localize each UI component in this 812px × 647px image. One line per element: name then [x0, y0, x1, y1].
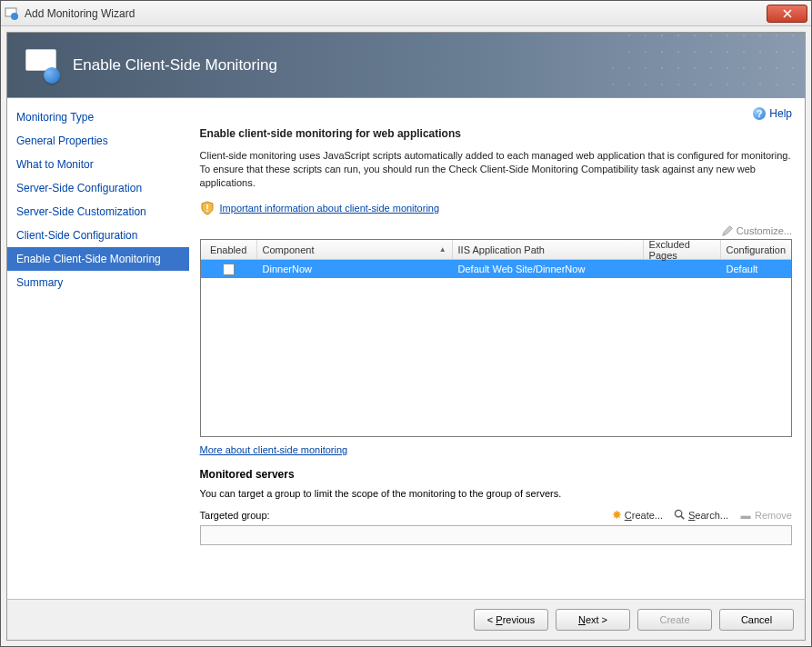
sidebar: Monitoring Type General Properties What …	[7, 98, 189, 599]
monitored-servers-desc: You can target a group to limit the scop…	[200, 488, 792, 499]
components-table: Enabled Component ▲ IIS Application Path…	[200, 239, 792, 437]
sort-asc-icon: ▲	[439, 245, 446, 254]
sidebar-item-server-side-configuration[interactable]: Server-Side Configuration	[7, 176, 189, 200]
cell-iis: Default Web Site/DinnerNow	[453, 260, 644, 278]
description-text: Client-side monitoring uses JavaScript s…	[200, 149, 792, 190]
cell-enabled	[201, 260, 257, 278]
main-panel: ? Help Enable client-side monitoring for…	[189, 98, 805, 599]
close-button[interactable]	[767, 5, 807, 23]
star-icon: ✸	[612, 508, 622, 522]
cell-config: Default	[721, 260, 791, 278]
help-label: Help	[769, 107, 792, 120]
table-row[interactable]: DinnerNow Default Web Site/DinnerNow Def…	[201, 260, 791, 278]
svg-rect-3	[206, 210, 208, 212]
enabled-checkbox[interactable]	[223, 264, 235, 275]
th-config[interactable]: Configuration	[721, 240, 791, 259]
svg-rect-2	[206, 204, 208, 209]
header-title: Enable Client-Side Monitoring	[73, 56, 277, 75]
footer: < Previous Next > Create Cancel	[6, 599, 806, 641]
close-icon	[783, 9, 792, 18]
table-header: Enabled Component ▲ IIS Application Path…	[201, 240, 791, 260]
sidebar-item-enable-client-side-monitoring[interactable]: Enable Client-Side Monitoring	[7, 247, 189, 271]
body-area: Monitoring Type General Properties What …	[6, 98, 806, 599]
cell-component: DinnerNow	[257, 260, 453, 278]
wizard-window: Add Monitoring Wizard Enable Client-Side…	[0, 0, 812, 647]
search-icon	[674, 509, 686, 521]
th-component[interactable]: Component ▲	[257, 240, 453, 259]
header-banner: Enable Client-Side Monitoring	[6, 32, 806, 98]
cancel-button[interactable]: Cancel	[719, 609, 794, 631]
sidebar-item-what-to-monitor[interactable]: What to Monitor	[7, 153, 189, 176]
info-row: Important information about client-side …	[200, 201, 792, 215]
monitored-servers-title: Monitored servers	[200, 468, 792, 481]
customize-link[interactable]: Customize...	[737, 225, 792, 236]
targeted-group-label: Targeted group:	[200, 510, 509, 521]
th-iis[interactable]: IIS Application Path	[453, 240, 644, 259]
remove-group-link: ▬ Remove	[739, 510, 792, 521]
create-button: Create	[637, 609, 712, 631]
sidebar-item-monitoring-type[interactable]: Monitoring Type	[7, 105, 189, 129]
window-title: Add Monitoring Wizard	[25, 7, 767, 20]
more-about-link[interactable]: More about client-side monitoring	[200, 444, 348, 455]
cell-excluded	[644, 260, 721, 278]
header-icon	[24, 47, 60, 84]
sidebar-item-general-properties[interactable]: General Properties	[7, 129, 189, 153]
section-title: Enable client-side monitoring for web ap…	[200, 127, 792, 140]
help-row: ? Help	[200, 107, 792, 120]
sidebar-item-server-side-customization[interactable]: Server-Side Customization	[7, 200, 189, 224]
next-button[interactable]: Next >	[556, 609, 630, 631]
help-link[interactable]: ? Help	[753, 107, 792, 120]
th-excluded[interactable]: Excluded Pages	[644, 240, 721, 259]
customize-row: Customize...	[200, 224, 792, 237]
search-group-link[interactable]: Search...	[674, 509, 728, 521]
targeted-group-input[interactable]	[200, 525, 792, 545]
previous-button[interactable]: < Previous	[474, 609, 548, 631]
pencil-icon	[721, 224, 734, 237]
app-icon	[5, 6, 19, 21]
th-enabled[interactable]: Enabled	[201, 240, 257, 259]
help-icon: ?	[753, 107, 766, 120]
svg-line-5	[681, 516, 684, 519]
minus-icon: ▬	[739, 510, 752, 521]
target-actions: ✸ Create... Search... ▬ Remove	[612, 508, 792, 522]
shield-icon	[200, 201, 215, 215]
more-link-row: More about client-side monitoring	[200, 444, 792, 455]
sidebar-item-summary[interactable]: Summary	[7, 271, 189, 294]
target-row: Targeted group: ✸ Create... Search... ▬ …	[200, 508, 792, 522]
svg-point-4	[675, 510, 681, 516]
sidebar-item-client-side-configuration[interactable]: Client-Side Configuration	[7, 224, 189, 247]
titlebar: Add Monitoring Wizard	[1, 1, 811, 26]
svg-point-1	[11, 13, 18, 20]
create-group-link[interactable]: ✸ Create...	[612, 508, 663, 522]
important-info-link[interactable]: Important information about client-side …	[220, 203, 440, 214]
